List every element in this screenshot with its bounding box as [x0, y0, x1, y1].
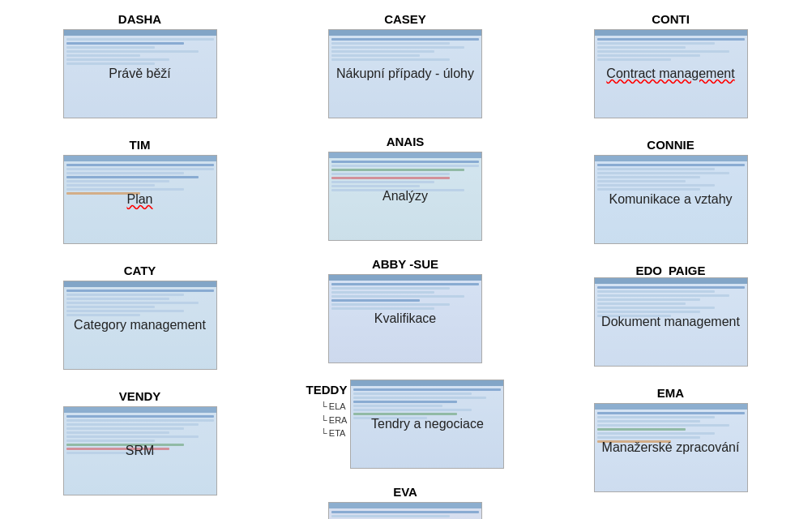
- tim-name: TIM: [130, 138, 151, 152]
- center-column: CASEY Nákupní případy - úlohy ANAIS: [267, 12, 543, 519]
- paige-name: PAIGE: [669, 264, 706, 277]
- eva-name: EVA: [393, 485, 417, 499]
- connie-screenshot: Komunikace a vztahy: [594, 155, 748, 244]
- teddy-label: Tendry a negociace: [368, 414, 487, 435]
- abby-sue-screenshot: Kvalifikace: [328, 274, 482, 363]
- agent-abby-sue: ABBY -SUE Kvalifikace: [328, 257, 482, 363]
- anais-name: ANAIS: [387, 135, 425, 148]
- teddy-sub-ela: └ELA: [321, 400, 347, 414]
- casey-name: CASEY: [384, 12, 426, 26]
- conti-name: CONTI: [652, 12, 690, 26]
- dasha-label: Právě běží: [105, 63, 173, 84]
- caty-name: CATY: [124, 264, 156, 277]
- conti-screenshot: Contract management: [594, 29, 748, 118]
- teddy-sub-items: └ELA └ERA └ETA: [313, 400, 347, 440]
- edo-paige-names: EDO PAIGE: [635, 264, 705, 277]
- edo-name: EDO: [635, 264, 662, 277]
- agent-tim: TIM Plan: [63, 138, 217, 244]
- teddy-name-sub: TEDDY └ELA └ERA └ETA: [306, 380, 348, 440]
- teddy-name: TEDDY: [306, 383, 348, 397]
- anais-screenshot: Analýzy: [328, 152, 482, 241]
- abby-sue-label: Kvalifikace: [371, 308, 439, 329]
- agent-connie: CONNIE Komunikace a vztahy: [594, 138, 748, 244]
- casey-screenshot: Nákupní případy - úlohy: [328, 29, 482, 118]
- agent-teddy: TEDDY └ELA └ERA └ETA: [306, 380, 505, 469]
- page-wrapper: DASHA Právě běží TIM: [8, 8, 812, 519]
- vendy-screenshot: SRM: [63, 406, 217, 495]
- caty-label: Category management: [71, 315, 209, 336]
- teddy-sub-eta: └ETA: [321, 427, 347, 440]
- eva-screenshot: Evaluation of performance: [328, 502, 482, 519]
- agent-ema: EMA Manažerské zpracování: [594, 386, 748, 492]
- agent-vendy: VENDY SRM: [63, 389, 217, 495]
- agent-caty: CATY Category management: [63, 264, 217, 370]
- anais-label: Analýzy: [379, 186, 431, 207]
- vendy-label: SRM: [122, 440, 158, 461]
- connie-name: CONNIE: [647, 138, 694, 152]
- agent-edo-paige: EDO PAIGE Dokument management: [594, 264, 748, 367]
- agent-conti: CONTI Contract management: [594, 12, 748, 118]
- tim-label: Plan: [123, 189, 156, 210]
- edo-paige-label: Dokument management: [598, 311, 743, 332]
- edo-paige-screenshot: Dokument management: [594, 277, 748, 367]
- caty-screenshot: Category management: [63, 281, 217, 370]
- teddy-row: TEDDY └ELA └ERA └ETA: [306, 380, 505, 469]
- dasha-screenshot: Právě běží: [63, 29, 217, 118]
- eva-overlay: [329, 503, 481, 519]
- left-column: DASHA Právě běží TIM: [12, 12, 267, 519]
- conti-label: Contract management: [603, 63, 737, 84]
- abby-sue-name: ABBY -SUE: [372, 257, 438, 271]
- ema-label: Manažerské zpracování: [599, 437, 743, 458]
- right-column: CONTI Contract management CONNIE: [543, 12, 798, 519]
- dasha-name: DASHA: [118, 12, 161, 26]
- ema-name: EMA: [657, 386, 684, 400]
- agent-dasha: DASHA Právě běží: [63, 12, 217, 118]
- casey-label: Nákupní případy - úlohy: [333, 63, 477, 84]
- connie-label: Komunikace a vztahy: [605, 189, 735, 210]
- agent-casey: CASEY Nákupní případy - úlohy: [328, 12, 482, 118]
- agent-eva: EVA Evaluation of performance: [328, 485, 482, 519]
- teddy-screenshot: Tendry a negociace: [350, 380, 504, 469]
- tim-screenshot: Plan: [63, 155, 217, 244]
- ema-screenshot: Manažerské zpracování: [594, 403, 748, 492]
- teddy-sub-era: └ERA: [321, 414, 347, 427]
- agent-anais: ANAIS Analýzy: [328, 135, 482, 241]
- vendy-name: VENDY: [119, 389, 161, 403]
